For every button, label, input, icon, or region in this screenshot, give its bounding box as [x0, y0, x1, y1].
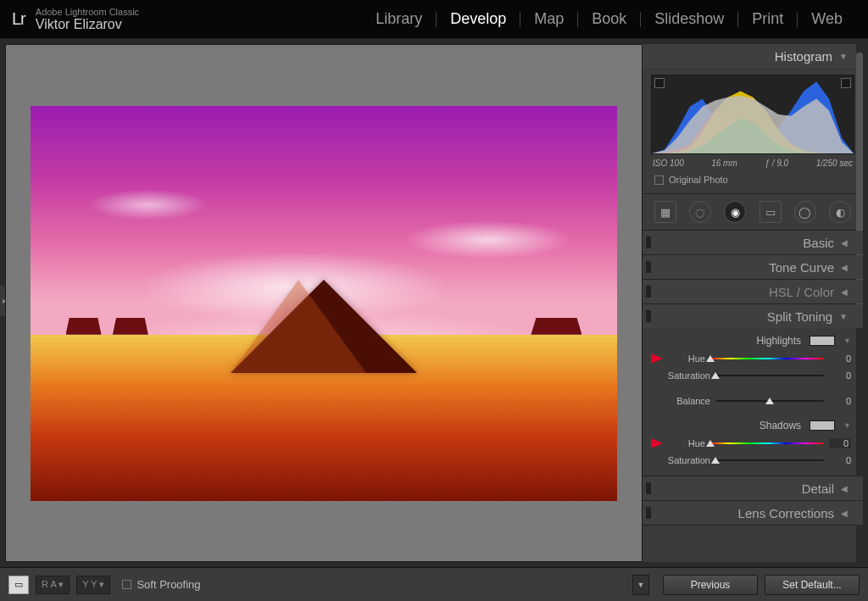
- histogram-title: Histogram: [775, 49, 832, 64]
- highlights-saturation-slider[interactable]: [715, 372, 824, 379]
- highlights-saturation-value[interactable]: 0: [829, 370, 851, 381]
- highlights-hue-value[interactable]: 0: [829, 353, 851, 364]
- right-panel: Histogram ▼ ISO 100 16 mm ƒ / 9.0 1/250 …: [643, 44, 863, 562]
- chevron-down-icon: ▼: [843, 421, 851, 430]
- svg-marker-4: [651, 438, 663, 448]
- soft-proofing-label: Soft Proofing: [136, 578, 200, 591]
- toolbar-dropdown[interactable]: ▼: [632, 575, 649, 595]
- shadows-saturation-slider[interactable]: [715, 457, 824, 464]
- annotation-pointer-icon: [651, 438, 663, 448]
- nav-web[interactable]: Web: [798, 10, 856, 28]
- panel-header-basic[interactable]: Basic◀: [643, 231, 863, 254]
- meta-focal: 16 mm: [711, 159, 737, 168]
- nav-print[interactable]: Print: [738, 10, 797, 28]
- highlights-label: Highlights: [756, 335, 801, 347]
- spot-removal-tool[interactable]: ◌: [689, 201, 711, 223]
- panel-header-histogram[interactable]: Histogram ▼: [643, 44, 863, 68]
- svg-marker-1: [706, 355, 715, 362]
- app-logo: Lr: [12, 9, 25, 29]
- annotation-pointer-icon: [651, 353, 663, 364]
- before-after-yy-button[interactable]: Y Y ▾: [76, 576, 110, 594]
- previous-button[interactable]: Previous: [663, 575, 758, 595]
- panel-header-detail[interactable]: Detail◀: [643, 476, 863, 500]
- balance-value[interactable]: 0: [829, 396, 851, 406]
- balance-slider[interactable]: [715, 398, 824, 404]
- chevron-left-icon: ◀: [841, 509, 848, 518]
- meta-shutter: 1/250 sec: [816, 159, 853, 168]
- histogram-meta: ISO 100 16 mm ƒ / 9.0 1/250 sec: [651, 154, 854, 171]
- toolbar-footer: ▭ R A ▾ Y Y ▾ Soft Proofing ▼ Previous S…: [0, 567, 868, 601]
- nav-library[interactable]: Library: [362, 10, 436, 28]
- app-root: Lr Adobe Lightroom Classic Viktor Elizar…: [0, 0, 868, 601]
- shadows-label: Shadows: [760, 420, 801, 431]
- redeye-tool[interactable]: ◉: [724, 201, 746, 223]
- catalog-name: Viktor Elizarov: [36, 17, 139, 32]
- adjustment-brush-tool[interactable]: ◐: [829, 201, 851, 223]
- chevron-left-icon: ◀: [841, 484, 848, 493]
- meta-aperture: ƒ / 9.0: [765, 159, 788, 168]
- shadows-saturation-value[interactable]: 0: [829, 455, 851, 465]
- image-canvas[interactable]: [5, 44, 643, 562]
- nav-slideshow[interactable]: Slideshow: [641, 10, 737, 28]
- meta-iso: ISO 100: [653, 159, 684, 168]
- graduated-filter-tool[interactable]: ▭: [760, 201, 782, 223]
- saturation-label: Saturation: [651, 455, 710, 465]
- svg-marker-5: [706, 440, 715, 447]
- module-nav: LibraryDevelopMapBookSlideshowPrintWeb: [362, 10, 856, 28]
- panel-header-split-toning[interactable]: Split Toning ▼: [643, 304, 863, 328]
- panel-header-lens-corrections[interactable]: Lens Corrections◀: [643, 501, 863, 525]
- shadows-hue-slider[interactable]: [710, 440, 824, 447]
- preview-photo: [31, 106, 617, 501]
- panel-header-tone-curve[interactable]: Tone Curve◀: [643, 255, 863, 279]
- saturation-label: Saturation: [651, 370, 710, 381]
- header: Lr Adobe Lightroom Classic Viktor Elizar…: [0, 0, 868, 39]
- chevron-down-icon: ▼: [839, 52, 848, 61]
- chevron-down-icon: ▼: [843, 337, 851, 345]
- nav-book[interactable]: Book: [578, 10, 640, 28]
- original-photo-label: Original Photo: [669, 175, 728, 185]
- nav-develop[interactable]: Develop: [437, 10, 520, 28]
- tool-strip: ▦ ◌ ◉ ▭ ◯ ◐: [643, 194, 863, 231]
- radial-filter-tool[interactable]: ◯: [794, 201, 816, 223]
- panel-histogram: Histogram ▼ ISO 100 16 mm ƒ / 9.0 1/250 …: [643, 44, 863, 194]
- loupe-view-button[interactable]: ▭: [8, 576, 29, 594]
- soft-proofing-checkbox[interactable]: [122, 580, 131, 589]
- highlights-hue-slider[interactable]: [710, 355, 824, 362]
- nav-map[interactable]: Map: [520, 10, 577, 28]
- chevron-down-icon: ▼: [839, 312, 848, 321]
- panel-header-hsl[interactable]: HSL / Color◀: [643, 280, 863, 303]
- crop-tool[interactable]: ▦: [654, 201, 676, 223]
- shadows-color-swatch[interactable]: [810, 420, 835, 431]
- chevron-left-icon: ◀: [841, 238, 848, 248]
- histogram-chart[interactable]: [651, 75, 854, 154]
- highlights-color-swatch[interactable]: [810, 336, 835, 346]
- app-title: Adobe Lightroom Classic: [36, 7, 139, 17]
- chevron-left-icon: ◀: [841, 263, 848, 272]
- svg-marker-6: [711, 457, 720, 464]
- svg-marker-3: [765, 398, 774, 404]
- original-photo-checkbox[interactable]: [654, 175, 664, 185]
- main: ▸ Histogram ▼: [0, 39, 868, 567]
- chevron-left-icon: ◀: [841, 287, 848, 297]
- hue-label: Hue: [665, 353, 705, 364]
- balance-label: Balance: [651, 396, 710, 406]
- svg-marker-0: [651, 353, 663, 364]
- shadows-hue-value[interactable]: 0: [829, 438, 851, 448]
- panel-split-toning: Split Toning ▼ Highlights ▼ Hue 0: [643, 304, 863, 476]
- hue-label: Hue: [665, 438, 705, 448]
- set-default-button[interactable]: Set Default...: [765, 575, 860, 595]
- title-block: Adobe Lightroom Classic Viktor Elizarov: [36, 7, 139, 32]
- before-after-ra-button[interactable]: R A ▾: [36, 576, 70, 594]
- svg-marker-2: [711, 372, 720, 379]
